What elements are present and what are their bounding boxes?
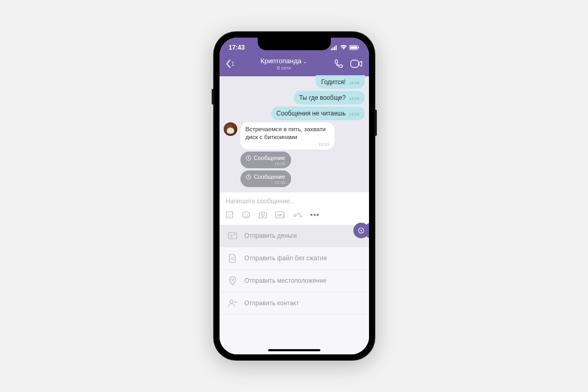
timed-message[interactable]: Сообщение 15:35 — [240, 152, 292, 168]
svg-rect-1 — [332, 48, 333, 50]
voice-call-button[interactable] — [333, 59, 344, 69]
message-time: 14:19 — [349, 112, 359, 117]
nav-row: 1 Криптопанда⌄ В сети — [220, 53, 369, 76]
svg-text:$: $ — [230, 234, 233, 238]
menu-send-money[interactable]: $ Отправить деньги — [220, 225, 369, 247]
message-text: Сообщение — [254, 174, 285, 180]
timed-message[interactable]: Сообщение 15:35 — [240, 170, 292, 187]
screen: 17:43 1 — [220, 38, 369, 354]
chat-title-block[interactable]: Криптопанда⌄ В сети — [235, 57, 333, 71]
phone-frame: 17:43 1 — [213, 31, 375, 361]
svg-rect-2 — [334, 47, 335, 50]
message-text: Сообщение — [254, 155, 285, 161]
attachment-menu: $ Отправить деньги Отправить файл без сж… — [220, 225, 369, 354]
svg-point-26 — [230, 300, 233, 303]
menu-send-file[interactable]: Отправить файл без сжатия — [220, 247, 369, 270]
menu-label: Отправить файл без сжатия — [245, 255, 327, 262]
menu-label: Отправить контакт — [245, 299, 299, 307]
chat-status: В сети — [235, 65, 333, 71]
file-icon — [228, 253, 237, 263]
compose-bar: Напишите сообщение... GIF ••• — [220, 192, 369, 225]
clock-icon — [246, 155, 251, 161]
message-time: 15:35 — [246, 180, 285, 185]
clock-icon — [246, 174, 251, 180]
chat-title-text: Криптопанда — [260, 57, 301, 65]
message-time: 14:18 — [349, 80, 359, 85]
message-text: Сообщения не читаешь — [276, 110, 346, 117]
avatar[interactable] — [224, 122, 237, 136]
back-button[interactable]: 1 — [226, 60, 235, 68]
money-icon: $ — [228, 231, 237, 240]
chat-area[interactable]: Годится! 14:18 Ты где вообще? 14:19 Сооб… — [220, 76, 369, 192]
svg-rect-0 — [331, 49, 332, 50]
notch — [258, 38, 331, 50]
camera-icon[interactable] — [258, 211, 268, 219]
message-time: 15:23 — [246, 142, 329, 147]
svg-point-15 — [261, 214, 264, 217]
message-time: 15:35 — [246, 162, 285, 166]
battery-icon — [349, 45, 360, 50]
menu-label: Отправить деньги — [245, 232, 297, 239]
signal-icon — [331, 45, 338, 50]
outgoing-message[interactable]: Ты где вообще? 14:19 — [294, 91, 364, 105]
svg-rect-6 — [358, 47, 359, 49]
message-text: Ты где вообще? — [299, 94, 345, 101]
wifi-icon — [340, 45, 347, 50]
svg-point-14 — [247, 214, 248, 215]
status-time: 17:43 — [229, 44, 245, 51]
svg-rect-21 — [228, 233, 237, 239]
contact-icon — [228, 298, 237, 308]
menu-send-location[interactable]: Отправить местоположение — [220, 270, 369, 292]
svg-point-11 — [230, 214, 231, 215]
svg-point-12 — [243, 212, 250, 218]
more-icon[interactable]: ••• — [310, 211, 320, 219]
chevron-down-icon: ⌄ — [303, 59, 307, 64]
status-icons — [331, 45, 360, 50]
svg-rect-7 — [351, 60, 359, 67]
message-text: Встречаемся в пять, захвати диск с битко… — [246, 126, 326, 140]
video-call-button[interactable] — [350, 60, 363, 68]
sticker-icon[interactable] — [225, 210, 234, 220]
emoji-icon[interactable] — [241, 210, 251, 220]
message-text: Годится! — [321, 78, 345, 86]
message-input[interactable]: Напишите сообщение... — [225, 197, 364, 209]
doodle-icon[interactable] — [293, 211, 303, 218]
svg-rect-5 — [350, 47, 357, 49]
menu-send-contact[interactable]: Отправить контакт — [220, 292, 369, 315]
message-time: 14:19 — [349, 96, 359, 101]
svg-point-10 — [228, 214, 229, 215]
gif-icon[interactable]: GIF — [275, 211, 285, 219]
svg-point-13 — [244, 214, 245, 215]
outgoing-message[interactable]: Годится! 14:18 — [316, 75, 364, 89]
outgoing-message[interactable]: Сообщения не читаешь 14:19 — [271, 107, 365, 120]
svg-point-25 — [232, 279, 234, 281]
svg-text:GIF: GIF — [276, 214, 282, 217]
home-indicator[interactable] — [268, 349, 320, 351]
incoming-message[interactable]: Встречаемся в пять, захвати диск с битко… — [240, 122, 335, 149]
menu-label: Отправить местоположение — [245, 277, 327, 284]
location-icon — [228, 276, 237, 285]
svg-rect-3 — [336, 45, 337, 50]
